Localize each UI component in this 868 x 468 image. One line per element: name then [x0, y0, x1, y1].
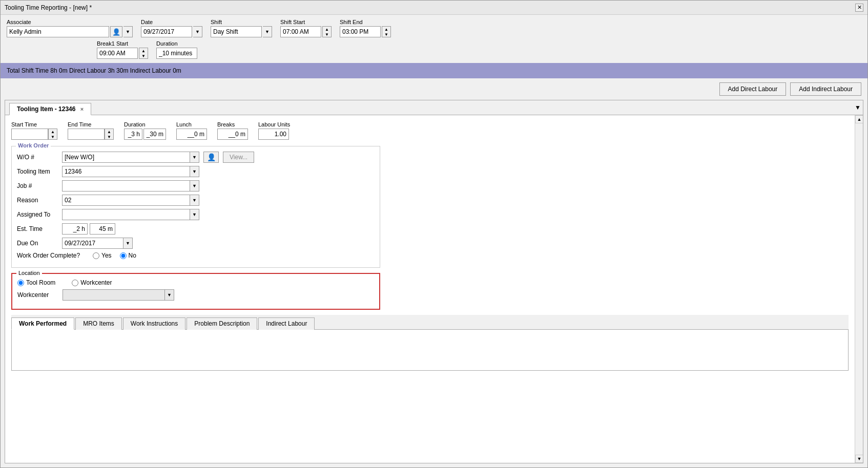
due-on-input[interactable] — [62, 238, 123, 249]
break1-start-spinner[interactable]: ▲ ▼ — [139, 48, 148, 59]
start-time-input[interactable] — [11, 129, 48, 140]
shift-end-group: Shift End ▲ ▼ — [340, 19, 391, 37]
start-time-label: Start Time — [11, 121, 57, 127]
job-number-dropdown-icon[interactable]: ▼ — [190, 180, 199, 192]
breaks-m-input[interactable] — [217, 129, 248, 140]
break1-start-spin-up[interactable]: ▲ — [139, 48, 148, 53]
date-input-group: ▼ — [141, 26, 202, 37]
close-button[interactable]: ✕ — [855, 4, 863, 12]
wo-complete-label: Work Order Complete? — [17, 252, 89, 259]
job-number-input[interactable] — [62, 180, 190, 192]
start-time-spin-up[interactable]: ▲ — [49, 129, 57, 134]
end-time-input[interactable] — [68, 129, 105, 140]
add-indirect-labour-button[interactable]: Add Indirect Labour — [790, 82, 861, 96]
wo-search-icon[interactable]: 👤 — [203, 152, 219, 163]
shift-end-spin-down[interactable]: ▼ — [382, 32, 390, 37]
wo-complete-no-label[interactable]: No — [120, 252, 136, 259]
wo-number-dropdown-icon[interactable]: ▼ — [190, 152, 199, 163]
job-number-row: Job # ▼ — [17, 180, 375, 192]
est-time-row: Est. Time — [17, 223, 375, 235]
reason-input[interactable] — [62, 195, 190, 206]
end-time-spin-down[interactable]: ▼ — [105, 134, 113, 139]
workcenter-field-input[interactable] — [63, 289, 165, 301]
labour-units-group: Labour Units — [258, 121, 290, 140]
shift-start-input[interactable] — [280, 26, 321, 37]
duration-h-input[interactable] — [124, 129, 142, 140]
wo-number-input[interactable] — [62, 152, 190, 163]
tooling-item-input[interactable] — [62, 166, 190, 177]
workcenter-field-label: Workcenter — [17, 291, 58, 299]
shift-start-spin-down[interactable]: ▼ — [323, 32, 331, 37]
start-time-spin-down[interactable]: ▼ — [49, 134, 57, 139]
tab-work-performed[interactable]: Work Performed — [11, 317, 74, 330]
wo-complete-yes-label[interactable]: Yes — [93, 252, 112, 259]
break1-start-input[interactable] — [97, 48, 138, 59]
action-buttons: Add Direct Labour Add Indirect Labour — [1, 78, 867, 100]
est-time-h-input[interactable] — [62, 223, 88, 235]
assigned-to-dropdown-icon[interactable]: ▼ — [190, 209, 199, 220]
associate-label: Associate — [7, 19, 133, 25]
shift-end-spinner[interactable]: ▲ ▼ — [382, 26, 391, 37]
tooling-item-dropdown-icon[interactable]: ▼ — [190, 166, 199, 177]
start-time-spinner[interactable]: ▲ ▼ — [48, 129, 57, 140]
date-input[interactable] — [141, 26, 192, 37]
lunch-m-input[interactable] — [176, 129, 207, 140]
work-order-section: Work Order W/O # ▼ 👤 View... — [11, 146, 380, 268]
tab-work-instructions-label: Work Instructions — [131, 320, 178, 327]
shift-start-spinner[interactable]: ▲ ▼ — [322, 26, 332, 37]
window-title: Tooling Time Reporting - [new] * — [5, 4, 92, 11]
break-duration-group: Duration — [156, 40, 197, 59]
shift-end-input[interactable] — [340, 26, 381, 37]
shift-input[interactable] — [211, 26, 262, 37]
fields-row-2: Break1 Start ▲ ▼ Duration — [7, 40, 861, 59]
tooling-item-tab-close[interactable]: × — [80, 106, 84, 112]
labour-units-input[interactable] — [258, 129, 289, 140]
tab-problem-description[interactable]: Problem Description — [187, 317, 257, 330]
reason-dropdown-icon[interactable]: ▼ — [190, 195, 199, 206]
tab-mro-items[interactable]: MRO Items — [75, 317, 122, 330]
wo-complete-yes-radio[interactable] — [93, 252, 99, 259]
tool-room-label[interactable]: Tool Room — [17, 279, 55, 286]
start-time-input-group: ▲ ▼ — [11, 129, 57, 140]
reason-dropdown: ▼ — [62, 195, 199, 206]
lunch-group: Lunch — [176, 121, 207, 140]
est-time-m-input[interactable] — [90, 223, 115, 235]
collapse-right-arrow[interactable]: ▼ — [855, 104, 861, 111]
break-duration-input[interactable] — [156, 48, 197, 59]
tooling-item-dropdown: ▼ — [62, 166, 199, 177]
end-time-spinner[interactable]: ▲ ▼ — [105, 129, 114, 140]
shift-label: Shift — [211, 19, 272, 25]
wo-complete-no-radio[interactable] — [120, 252, 127, 259]
associate-dropdown-icon[interactable]: ▼ — [123, 26, 133, 37]
due-on-dropdown-icon[interactable]: ▼ — [123, 238, 133, 249]
scroll-down-button[interactable]: ▼ — [855, 455, 863, 463]
end-time-spin-up[interactable]: ▲ — [105, 129, 113, 134]
break1-start-spin-down[interactable]: ▼ — [139, 53, 148, 58]
associate-group: Associate 👤 ▼ — [7, 19, 133, 37]
top-fields: Associate 👤 ▼ Date ▼ Shift — [1, 15, 867, 63]
shift-end-spin-up[interactable]: ▲ — [382, 27, 390, 32]
tab-work-instructions[interactable]: Work Instructions — [123, 317, 185, 330]
view-button[interactable]: View... — [223, 152, 254, 163]
tool-room-radio[interactable] — [17, 280, 24, 286]
assigned-to-input[interactable] — [62, 209, 190, 220]
workcenter-label[interactable]: Workcenter — [72, 279, 112, 286]
duration-label: Duration — [124, 121, 166, 127]
workcenter-field-dropdown-icon[interactable]: ▼ — [165, 289, 174, 301]
date-label: Date — [141, 19, 202, 25]
breaks-input-group — [217, 129, 248, 140]
vertical-scrollbar[interactable]: ▲ ▼ — [855, 115, 863, 463]
reason-label: Reason — [17, 197, 58, 204]
scroll-up-button[interactable]: ▲ — [855, 115, 863, 123]
duration-m-input[interactable] — [143, 129, 166, 140]
tooling-item-tab[interactable]: Tooling Item - 12346 × — [9, 103, 91, 115]
shift-start-spin-up[interactable]: ▲ — [323, 27, 331, 32]
shift-dropdown-icon[interactable]: ▼ — [263, 26, 272, 37]
date-dropdown-icon[interactable]: ▼ — [193, 26, 202, 37]
tab-indirect-labour[interactable]: Indirect Labour — [258, 317, 315, 330]
associate-input[interactable] — [7, 26, 109, 37]
workcenter-field-dropdown: ▼ — [63, 289, 174, 301]
add-direct-labour-button[interactable]: Add Direct Labour — [719, 82, 787, 96]
workcenter-radio[interactable] — [72, 280, 78, 286]
associate-search-icon[interactable]: 👤 — [110, 26, 122, 37]
